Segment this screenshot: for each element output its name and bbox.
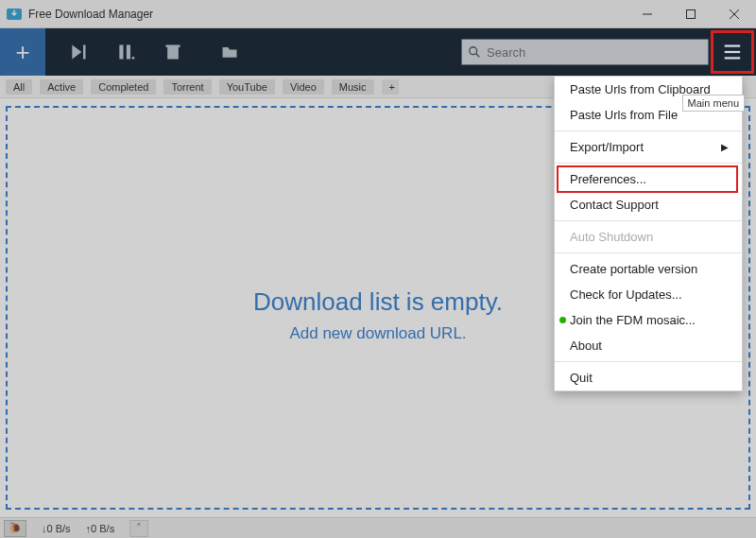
menu-join-mosaic-label: Join the FDM mosaic...: [570, 313, 696, 327]
menu-portable[interactable]: Create portable version: [555, 256, 742, 282]
menu-quit[interactable]: Quit: [555, 365, 742, 390]
filter-video[interactable]: Video: [283, 79, 324, 95]
pause-button[interactable]: [102, 28, 149, 76]
main-menu: Paste Urls from Clipboard Paste Urls fro…: [554, 76, 743, 391]
hamburger-icon: [722, 42, 743, 62]
titlebar: Free Download Manager: [0, 0, 756, 28]
download-speed: ↓0 B/s: [42, 523, 71, 534]
snail-mode-button[interactable]: 🐌: [4, 520, 26, 537]
app-icon: [6, 6, 23, 23]
menu-export-import[interactable]: Export/Import ▶: [555, 134, 742, 160]
svg-point-12: [470, 47, 477, 55]
svg-marker-5: [72, 45, 81, 60]
main-menu-button[interactable]: [710, 29, 755, 75]
close-button[interactable]: [713, 0, 756, 28]
filter-active[interactable]: Active: [40, 79, 83, 95]
svg-rect-8: [127, 45, 130, 60]
menu-separator: [555, 163, 742, 164]
start-button[interactable]: [55, 28, 102, 76]
green-dot-icon: [559, 317, 566, 323]
submenu-arrow-icon: ▶: [721, 142, 729, 152]
status-bar: 🐌 ↓0 B/s ↑0 B/s ˄: [0, 517, 756, 538]
filter-all[interactable]: All: [6, 79, 32, 95]
menu-export-import-label: Export/Import: [570, 140, 644, 154]
delete-button[interactable]: [149, 28, 197, 76]
add-filter-button[interactable]: +: [382, 79, 399, 95]
window-title: Free Download Manager: [28, 8, 626, 21]
svg-rect-10: [167, 47, 179, 60]
svg-rect-2: [687, 9, 696, 18]
filter-youtube[interactable]: YouTube: [219, 79, 275, 95]
svg-rect-11: [166, 45, 180, 48]
menu-separator: [555, 252, 742, 253]
svg-rect-9: [132, 57, 135, 60]
filter-music[interactable]: Music: [332, 79, 374, 95]
filter-completed[interactable]: Completed: [91, 79, 156, 95]
svg-rect-7: [119, 45, 123, 60]
search-box[interactable]: [461, 39, 709, 65]
search-icon: [468, 45, 481, 59]
menu-separator: [555, 220, 742, 221]
filter-torrent[interactable]: Torrent: [163, 79, 211, 95]
svg-rect-6: [83, 45, 86, 60]
folder-button[interactable]: [206, 28, 253, 76]
menu-about[interactable]: About: [555, 333, 742, 358]
maximize-button[interactable]: [669, 0, 713, 28]
search-input[interactable]: [487, 45, 702, 60]
upload-speed: ↑0 B/s: [86, 523, 115, 534]
svg-line-13: [476, 54, 480, 58]
menu-contact-support[interactable]: Contact Support: [555, 192, 742, 217]
minimize-button[interactable]: [626, 0, 669, 28]
menu-separator: [555, 130, 742, 131]
menu-preferences[interactable]: Preferences...: [555, 166, 742, 192]
menu-separator: [555, 361, 742, 362]
main-menu-tooltip: Main menu: [682, 95, 745, 112]
expand-status-button[interactable]: ˄: [129, 520, 148, 537]
menu-check-updates[interactable]: Check for Updates...: [555, 282, 742, 307]
add-download-button[interactable]: +: [0, 28, 45, 76]
menu-auto-shutdown: Auto Shutdown: [555, 224, 742, 250]
toolbar: +: [0, 28, 756, 76]
menu-join-mosaic[interactable]: Join the FDM mosaic...: [555, 307, 742, 333]
